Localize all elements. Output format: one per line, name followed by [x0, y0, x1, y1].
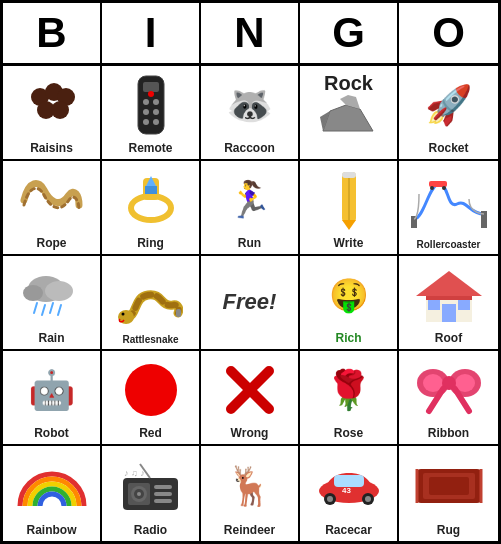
- svg-point-9: [143, 109, 149, 115]
- reindeer-icon: 🦌: [203, 450, 296, 524]
- cell-free[interactable]: Free!: [201, 256, 300, 351]
- svg-point-28: [430, 186, 434, 190]
- robot-icon: 🤖: [5, 355, 98, 427]
- rattlesnake-icon: [104, 260, 197, 334]
- roof-icon: [401, 260, 496, 332]
- bingo-header: B I N G O: [3, 3, 498, 66]
- ribbon-icon: [401, 355, 496, 427]
- rattlesnake-label: Rattlesnake: [122, 334, 178, 345]
- radio-icon: ♪ ♫ ♪: [104, 450, 197, 524]
- rich-icon: 🤑: [302, 260, 395, 332]
- rollercoaster-label: Rollercoaster: [417, 239, 481, 250]
- svg-point-13: [148, 91, 154, 97]
- cell-reindeer[interactable]: 🦌 Reindeer: [201, 446, 300, 541]
- rocket-label: Rocket: [428, 142, 468, 155]
- red-label: Red: [139, 427, 162, 440]
- roof-label: Roof: [435, 332, 462, 345]
- svg-point-38: [122, 313, 125, 316]
- ring-icon: [104, 165, 197, 237]
- svg-rect-58: [154, 485, 172, 489]
- red-icon: [104, 355, 197, 427]
- cell-run[interactable]: 🏃‍♀️ Run: [201, 161, 300, 256]
- rainbow-label: Rainbow: [27, 524, 77, 537]
- cell-rainbow[interactable]: Rainbow: [3, 446, 102, 541]
- rock-top-label: Rock: [300, 72, 397, 95]
- cell-raisins[interactable]: Raisins: [3, 66, 102, 161]
- raccoon-label: Raccoon: [224, 142, 275, 155]
- svg-point-68: [365, 496, 371, 502]
- svg-rect-39: [176, 309, 181, 317]
- rocket-icon: 🚀: [401, 70, 496, 142]
- cell-rose[interactable]: 🌹 Rose: [300, 351, 399, 446]
- svg-point-29: [442, 186, 446, 190]
- rose-icon: 🌹: [302, 355, 395, 427]
- cell-rug[interactable]: Rug: [399, 446, 498, 541]
- raisins-label: Raisins: [30, 142, 73, 155]
- ring-label: Ring: [137, 237, 164, 250]
- rich-label: Rich: [335, 332, 361, 345]
- cell-rollercoaster[interactable]: Rollercoaster: [399, 161, 498, 256]
- cell-racecar[interactable]: 43 Racecar: [300, 446, 399, 541]
- cell-rock[interactable]: Rock: [300, 66, 399, 161]
- radio-label: Radio: [134, 524, 167, 537]
- svg-marker-14: [323, 105, 373, 131]
- cell-rain[interactable]: Rain: [3, 256, 102, 351]
- svg-point-11: [143, 119, 149, 125]
- svg-rect-43: [442, 304, 456, 322]
- bingo-card: B I N G O Raisins: [0, 0, 501, 544]
- run-label: Run: [238, 237, 261, 250]
- remote-label: Remote: [128, 142, 172, 155]
- svg-point-10: [153, 109, 159, 115]
- cell-ribbon[interactable]: Ribbon: [399, 351, 498, 446]
- svg-text:♪ ♫ ♪: ♪ ♫ ♪: [124, 468, 145, 478]
- cell-red[interactable]: Red: [102, 351, 201, 446]
- red-circle-shape: [125, 364, 177, 416]
- svg-marker-22: [342, 220, 356, 230]
- letter-b: B: [3, 3, 102, 63]
- svg-marker-40: [416, 271, 482, 296]
- cell-wrong[interactable]: Wrong: [201, 351, 300, 446]
- wrong-icon: [203, 355, 296, 427]
- svg-point-32: [23, 285, 43, 301]
- svg-rect-20: [145, 186, 157, 194]
- svg-point-31: [45, 281, 73, 301]
- cell-raccoon[interactable]: 🦝 Raccoon: [201, 66, 300, 161]
- ribbon-label: Ribbon: [428, 427, 469, 440]
- svg-rect-60: [154, 499, 172, 503]
- cell-robot[interactable]: 🤖 Robot: [3, 351, 102, 446]
- svg-text:43: 43: [342, 486, 351, 495]
- cell-ring[interactable]: Ring: [102, 161, 201, 256]
- bingo-grid: Raisins Remote 🦝 Raccoon: [3, 66, 498, 541]
- rope-icon: [5, 165, 98, 237]
- cell-write[interactable]: Write: [300, 161, 399, 256]
- write-label: Write: [334, 237, 364, 250]
- cell-roof[interactable]: Roof: [399, 256, 498, 351]
- rug-label: Rug: [437, 524, 460, 537]
- cell-rocket[interactable]: 🚀 Rocket: [399, 66, 498, 161]
- svg-rect-44: [428, 300, 440, 310]
- cell-rich[interactable]: 🤑 Rich: [300, 256, 399, 351]
- svg-line-33: [34, 303, 37, 313]
- cell-radio[interactable]: ♪ ♫ ♪ Radio: [102, 446, 201, 541]
- raccoon-icon: 🦝: [203, 70, 296, 142]
- remote-icon: [104, 70, 197, 142]
- rope-label: Rope: [37, 237, 67, 250]
- svg-rect-6: [143, 82, 159, 92]
- rose-label: Rose: [334, 427, 363, 440]
- letter-o: O: [399, 3, 498, 63]
- letter-n: N: [201, 3, 300, 63]
- cell-rope[interactable]: Rope: [3, 161, 102, 256]
- svg-point-57: [137, 492, 141, 496]
- cell-remote[interactable]: Remote: [102, 66, 201, 161]
- rain-icon: [5, 260, 98, 332]
- raisins-icon: [5, 70, 98, 142]
- free-icon: Free!: [203, 260, 296, 345]
- svg-point-7: [143, 99, 149, 105]
- wrong-label: Wrong: [231, 427, 269, 440]
- svg-point-8: [153, 99, 159, 105]
- run-icon: 🏃‍♀️: [203, 165, 296, 237]
- racecar-icon: 43: [302, 450, 395, 524]
- svg-line-34: [42, 305, 45, 315]
- cell-rattlesnake[interactable]: Rattlesnake: [102, 256, 201, 351]
- svg-rect-45: [458, 300, 470, 310]
